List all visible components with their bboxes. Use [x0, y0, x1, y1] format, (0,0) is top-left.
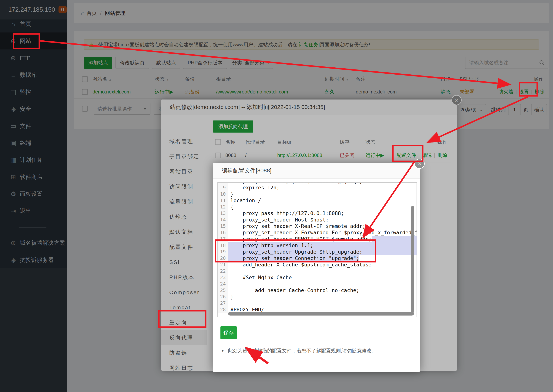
code-line-highlighted: 18 proxy_http_version 1.1;	[218, 242, 416, 249]
code-line: 22	[218, 268, 416, 274]
code-line: 17 proxy_set_header REMOTE-HOST $remote_…	[218, 236, 416, 242]
bt-panel-page: 172.247.185.150 0 ⌂ 首页 ⊕ 网站 ⊛ FTP ≡ 数据库 …	[0, 0, 553, 392]
config-code-editor[interactable]: 8 proxy_cache_key $host$uri$is_args$args…	[217, 182, 417, 317]
code-line: 11location /	[218, 197, 416, 204]
code-line: 10}	[218, 191, 416, 197]
code-line: 9 expires 12h;	[218, 184, 416, 191]
code-line: 26}	[218, 294, 416, 300]
code-lines: 8 proxy_cache_key $host$uri$is_args$args…	[218, 182, 416, 313]
code-line: 12{	[218, 204, 416, 210]
code-line-highlighted: 19 proxy_set_header Upgrade $http_upgrad…	[218, 249, 416, 255]
code-line: 8 proxy_cache_key $host$uri$is_args$args…	[218, 182, 416, 184]
horizontal-scrollbar[interactable]	[228, 312, 414, 315]
config-modal-title: 编辑配置文件[8088]	[213, 163, 420, 179]
code-line: 24	[218, 281, 416, 287]
edit-config-modal: 编辑配置文件[8088] × 8 proxy_cache_key $host$u…	[213, 163, 420, 372]
save-button[interactable]: 保存	[221, 326, 237, 339]
code-line-highlighted: 20 proxy_set_header Connection "upgrade"…	[218, 255, 416, 261]
code-line: 25 add_header Cache-Control no-cache;	[218, 287, 416, 294]
code-line: 15 proxy_set_header X-Real-IP $remote_ad…	[218, 223, 416, 229]
code-line: 23 #Set Nginx Cache	[218, 274, 416, 281]
config-note: • 此处为该负载均衡的配置文件，若您不了解配置规则,请勿随意修改。	[222, 347, 377, 354]
code-line: 16 proxy_set_header X-Forwarded-For $pro…	[218, 229, 416, 236]
code-line: 13 proxy_pass http://127.0.0.1:8088;	[218, 210, 416, 217]
code-line: 27	[218, 300, 416, 307]
code-line: 21 add_header X-Cache $upstream_cache_st…	[218, 261, 416, 268]
code-line: 14 proxy_set_header Host $host;	[218, 217, 416, 223]
close-icon[interactable]: ×	[415, 159, 425, 169]
vertical-scrollbar[interactable]	[411, 206, 414, 313]
